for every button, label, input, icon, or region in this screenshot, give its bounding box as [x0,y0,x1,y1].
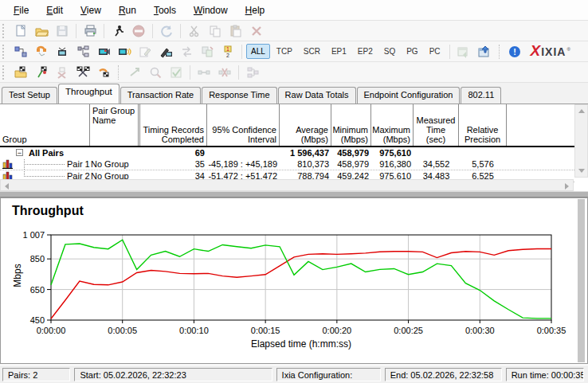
compare-results-icon[interactable] [31,64,52,81]
open-test-icon[interactable] [31,22,52,40]
group-pairs-icon[interactable] [242,64,263,81]
menu-window[interactable]: Window [185,2,237,19]
filter-pg-button[interactable]: PG [402,44,422,59]
tab-response-time[interactable]: Response Time [202,87,276,104]
toolbar-grip[interactable] [2,24,6,38]
rerun-test-icon[interactable] [124,64,145,81]
print-icon[interactable] [80,22,100,40]
status-ixia-configuration: Ixia Configuration: [276,368,381,381]
menu-view[interactable]: View [72,2,110,19]
replicate-pair-icon[interactable] [197,43,218,61]
zoom-results-icon[interactable] [145,64,166,81]
column-header-measured-time[interactable]: Measured Time (sec) [414,104,459,146]
toolbar-grip[interactable] [2,45,6,59]
scroll-left-button[interactable] [1,180,13,192]
verify-results-icon[interactable] [166,64,186,81]
toolbar-separator [76,24,76,38]
svg-text:650: 650 [30,285,45,295]
edit-pair-icon[interactable] [135,43,155,61]
delete-icon[interactable] [246,22,267,40]
column-header-maximum[interactable]: Maximum (Mbps) [371,104,414,146]
run-test-icon[interactable] [108,22,128,40]
svg-text:0:00:25: 0:00:25 [394,326,423,335]
results-tab-bar: Test Setup Throughput Transaction Rate R… [0,83,588,104]
filter-sq-button[interactable]: SQ [379,44,400,59]
cell-maximum: 916,380 [371,158,414,170]
throughput-chart-panel: Throughput Mbps 4506508501 0070:00:000:0… [0,197,588,364]
menu-file[interactable]: File [5,2,37,19]
menu-edit[interactable]: Edit [37,2,72,19]
table-row-all-pairs[interactable]: − All Pairs 69 1 596,437 458,979 975,610 [0,147,574,158]
compare-multiple-icon[interactable] [73,64,93,81]
endpoint-12-toggle-icon[interactable]: 12 [218,43,238,61]
tab-endpoint-configuration[interactable]: Endpoint Configuration [357,87,461,104]
tab-throughput[interactable]: Throughput [58,84,120,104]
link-pairs-icon[interactable] [194,64,214,81]
cell-measured-time: 34,552 [414,158,459,170]
save-test-icon[interactable] [52,22,73,40]
unlink-pairs-icon[interactable] [214,64,235,81]
menu-tools[interactable]: Tools [145,2,185,19]
toolbar-separator [152,24,153,38]
column-header-confidence[interactable]: 95% Confidence Interval [207,104,280,146]
filter-tcp-button[interactable]: TCP [272,44,297,59]
add-endpoint-pair-icon[interactable] [52,43,73,61]
toolbar-separator [180,24,181,38]
toolbar-grip[interactable] [2,65,6,80]
menu-help[interactable]: Help [237,2,274,19]
dial-pairs-icon[interactable] [31,43,52,61]
tab-transaction-rate[interactable]: Transaction Rate [120,87,201,104]
reload-test-icon[interactable] [156,22,177,40]
status-end: End: 05.02.2026, 22:32:58 [385,368,502,381]
paste-icon[interactable] [225,22,246,40]
status-runtime: Run time: 00:00:35 [506,368,584,381]
table-vertical-scrollbar[interactable] [574,104,588,178]
filter-pc-button[interactable]: PC [425,44,445,59]
column-header-pair-group-name[interactable]: Pair Group Name [90,104,140,146]
column-header-group[interactable]: Group [0,104,90,146]
filter-ep1-button[interactable]: EP1 [327,44,351,59]
add-multicast-group-icon[interactable] [114,43,135,61]
cut-icon[interactable] [184,22,205,40]
column-header-filler [507,104,574,146]
close-results-icon[interactable] [52,64,73,81]
scroll-up-button[interactable] [575,105,587,117]
tab-raw-data-totals[interactable]: Raw Data Totals [278,87,356,104]
cell-relative-precision: 5,576 [459,158,507,170]
cell-minimum: 458,979 [331,158,371,170]
column-header-timing-records[interactable]: Timing Records Completed [140,104,207,146]
edit-endpoint-icon[interactable] [155,43,176,61]
add-pair-icon[interactable] [10,43,31,61]
export-window-icon[interactable] [453,43,474,61]
cell-confidence [207,147,280,158]
import-window-icon[interactable] [474,43,495,61]
add-video-pair-icon[interactable] [93,43,114,61]
filter-scr-button[interactable]: SCR [299,44,325,59]
tree-view-icon[interactable] [73,43,93,61]
info-icon[interactable]: ! [505,43,526,61]
scroll-right-button[interactable] [561,180,573,192]
scroll-down-button[interactable] [575,165,587,177]
new-results-icon[interactable] [10,64,31,81]
dial-results-icon[interactable] [93,64,114,81]
filter-ep2-button[interactable]: EP2 [353,44,378,59]
stop-test-icon[interactable] [128,22,149,40]
new-test-icon[interactable] [10,22,31,40]
chart-right-gutter [578,199,585,362]
copy-icon[interactable] [205,22,225,40]
splitter[interactable] [0,191,588,197]
tab-test-setup[interactable]: Test Setup [2,87,57,104]
cell-average: 810,373 [280,158,331,170]
tab-80211[interactable]: 802.11 [461,87,501,104]
collapse-toggle[interactable]: − [16,149,23,156]
table-row-pair-1[interactable]: Pair 1 No Group 35 -45,189 : +45,189 810… [0,158,574,170]
menu-run[interactable]: Run [110,2,145,19]
pairs-table: Group Pair Group Name Timing Records Com… [0,104,588,191]
cell-confidence: -45,189 : +45,189 [207,158,280,170]
table-horizontal-scrollbar[interactable] [0,179,574,191]
column-header-minimum[interactable]: Minimum (Mbps) [331,104,371,146]
filter-all-button[interactable]: ALL [246,44,270,59]
swap-endpoints-icon[interactable] [176,43,197,61]
column-header-average[interactable]: Average (Mbps) [280,104,331,146]
column-header-relative-precision[interactable]: Relative Precision [459,104,507,146]
